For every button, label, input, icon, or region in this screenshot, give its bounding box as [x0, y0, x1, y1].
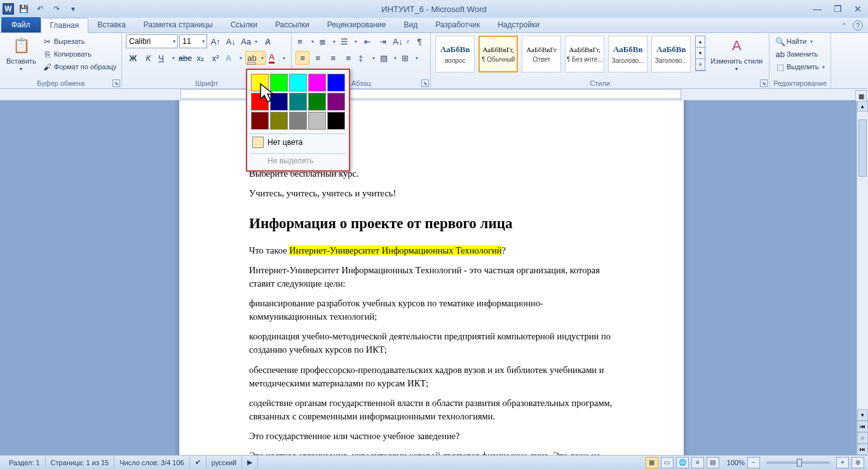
text-effects-button[interactable]: A▾ [224, 51, 244, 65]
status-section[interactable]: Раздел: 1 [4, 456, 46, 469]
color-swatch[interactable] [270, 93, 288, 111]
zoom-level[interactable]: 100% [727, 459, 745, 466]
style-tile[interactable]: АаБбВвЗаголово... [651, 36, 691, 72]
zoom-dialog-button[interactable]: ⊕ [851, 457, 864, 468]
highlight-color-button[interactable]: ab▾ [245, 51, 266, 65]
styles-more[interactable]: ≡ [696, 59, 705, 71]
increase-indent-button[interactable]: ⇥ [376, 34, 390, 48]
zoom-out-button[interactable]: − [747, 457, 760, 468]
browse-object-button[interactable]: ○ [857, 432, 868, 444]
paste-button[interactable]: 📋 Вставить ▾ [4, 34, 39, 73]
view-web-layout[interactable]: 🌐 [676, 457, 689, 468]
style-tile[interactable]: АаБбВввопрос [435, 36, 475, 72]
zoom-in-button[interactable]: + [836, 457, 849, 468]
style-tile[interactable]: АаБбВвЗаголово... [608, 36, 648, 72]
tab-page-layout[interactable]: Разметка страницы [135, 17, 222, 32]
qat-redo-icon[interactable]: ↷ [50, 2, 64, 16]
style-tile[interactable]: АаБбВвГг,¶ Без инте... [565, 36, 604, 72]
ruler-toggle[interactable]: ▦ [855, 90, 867, 102]
horizontal-ruler[interactable] [0, 89, 868, 100]
no-color-item[interactable]: Нет цвета [250, 133, 346, 151]
minimize-ribbon-icon[interactable]: ˄ [839, 20, 849, 31]
align-justify-button[interactable]: ≡ [341, 51, 355, 65]
format-painter-button[interactable]: 🖌Формат по образцу [41, 61, 118, 72]
multilevel-button[interactable]: ☰▾ [339, 34, 359, 48]
styles-down[interactable]: ▾ [696, 48, 705, 59]
grow-font-button[interactable]: A↑ [208, 34, 222, 48]
color-swatch[interactable] [308, 74, 326, 92]
borders-button[interactable]: ⊞▾ [400, 51, 420, 65]
tab-references[interactable]: Ссылки [222, 17, 266, 32]
shrink-font-button[interactable]: A↓ [224, 34, 238, 48]
copy-button[interactable]: ⎘Копировать [41, 48, 118, 60]
tab-home[interactable]: Главная [41, 18, 89, 33]
change-styles-button[interactable]: A Изменить стили ▾ [708, 34, 765, 73]
zoom-slider[interactable] [766, 461, 830, 464]
minimize-button[interactable]: — [810, 3, 825, 15]
italic-button[interactable]: К [141, 51, 155, 65]
zoom-thumb[interactable] [797, 459, 802, 466]
color-swatch[interactable] [251, 74, 269, 92]
qat-customize-icon[interactable]: ▾ [66, 2, 80, 16]
scroll-thumb[interactable] [858, 119, 867, 177]
strike-button[interactable]: abc [178, 51, 192, 65]
tab-developer[interactable]: Разработчик [426, 17, 489, 32]
decrease-indent-button[interactable]: ⇤ [360, 34, 374, 48]
next-page-button[interactable]: ⏭ [857, 444, 868, 455]
view-print-layout[interactable]: ▦ [646, 457, 658, 468]
font-color-button[interactable]: A▾ [267, 51, 287, 65]
qat-undo-icon[interactable]: ↶ [33, 2, 47, 16]
color-swatch[interactable] [270, 74, 288, 92]
view-draft[interactable]: ▤ [707, 457, 719, 468]
line-spacing-button[interactable]: ‡▾ [356, 51, 377, 65]
styles-up[interactable]: ▴ [696, 36, 705, 48]
prev-page-button[interactable]: ⏮ [857, 421, 868, 432]
color-swatch[interactable] [251, 93, 269, 111]
color-swatch[interactable] [251, 112, 269, 130]
find-button[interactable]: 🔍Найти▾ [774, 36, 814, 47]
change-case-button[interactable]: Aa▾ [239, 34, 259, 48]
style-tile[interactable]: АаБбВвГг,¶ Обычный [478, 36, 518, 72]
tab-mailings[interactable]: Рассылки [266, 17, 318, 32]
close-button[interactable]: ✕ [850, 3, 865, 15]
bullets-button[interactable]: ≡▾ [295, 34, 316, 48]
subscript-button[interactable]: x₂ [193, 51, 207, 65]
clear-formatting-button[interactable]: A̷ [261, 34, 275, 48]
color-swatch[interactable] [327, 93, 345, 111]
color-swatch[interactable] [289, 74, 307, 92]
file-tab[interactable]: Файл [1, 17, 41, 32]
tab-addins[interactable]: Надстройки [489, 17, 548, 32]
status-macro-icon[interactable]: ▶ [242, 456, 258, 469]
styles-launcher[interactable]: ⬊ [760, 79, 768, 87]
color-swatch[interactable] [289, 93, 307, 111]
vertical-scrollbar[interactable]: ▴ ▾ ⏮ ○ ⏭ [857, 100, 868, 455]
font-size-combo[interactable]: 11▾ [179, 34, 207, 48]
replace-button[interactable]: abЗаменить [774, 48, 819, 60]
color-swatch[interactable] [289, 112, 307, 130]
shading-button[interactable]: ▧▾ [378, 51, 398, 65]
maximize-button[interactable]: ❐ [830, 3, 845, 15]
font-name-combo[interactable]: Calibri▾ [126, 34, 178, 48]
status-language[interactable]: русский [207, 456, 242, 469]
scroll-down-button[interactable]: ▾ [857, 409, 868, 421]
color-swatch[interactable] [308, 112, 326, 130]
view-full-screen[interactable]: ▭ [661, 457, 674, 468]
color-swatch[interactable] [327, 112, 345, 130]
sort-button[interactable]: A↓Z [391, 34, 411, 48]
color-swatch[interactable] [270, 112, 288, 130]
style-tile[interactable]: АаБбВвГгОтвет [522, 36, 561, 72]
tab-view[interactable]: Вид [395, 17, 426, 32]
word-icon[interactable]: W [3, 3, 14, 15]
tab-insert[interactable]: Вставка [88, 17, 135, 32]
qat-save-icon[interactable]: 💾 [17, 2, 31, 16]
align-left-button[interactable]: ≡ [295, 51, 309, 65]
clipboard-launcher[interactable]: ⬊ [112, 79, 120, 87]
show-marks-button[interactable]: ¶ [412, 34, 426, 48]
align-center-button[interactable]: ≡ [311, 51, 325, 65]
superscript-button[interactable]: x² [208, 51, 222, 65]
status-page[interactable]: Страница: 1 из 15 [46, 456, 115, 469]
help-icon[interactable]: ? [853, 20, 863, 31]
align-right-button[interactable]: ≡ [326, 51, 340, 65]
select-button[interactable]: ⬚Выделить▾ [774, 61, 827, 72]
bold-button[interactable]: Ж [126, 51, 140, 65]
